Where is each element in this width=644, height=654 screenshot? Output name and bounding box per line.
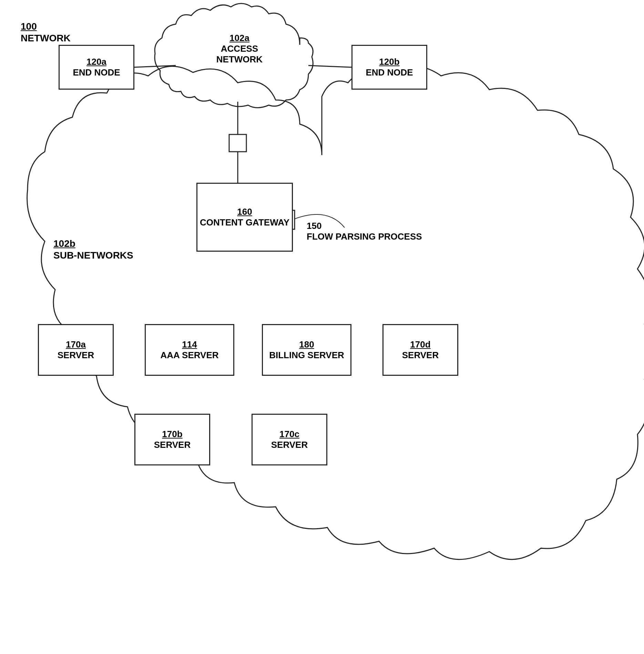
aaa-server-box: 114 AAA SERVER [145, 324, 234, 376]
sub-networks-label: 102b SUB-NETWORKS [53, 238, 133, 261]
server-c-box: 170c SERVER [252, 414, 327, 465]
flow-parsing-label: 150 FLOW PARSING PROCESS [307, 221, 422, 242]
server-d-box: 170d SERVER [382, 324, 458, 376]
end-node-a-box: 120a END NODE [59, 45, 134, 90]
network-label: 100 NETWORK [21, 21, 71, 44]
svg-rect-3 [229, 134, 246, 152]
access-network-label: 102a ACCESS NETWORK [203, 33, 276, 65]
content-gateway-box: 160 CONTENT GATEWAY [196, 183, 293, 252]
diagram: 100 NETWORK 120a END NODE 102a ACCESS NE… [0, 0, 644, 654]
billing-server-box: 180 BILLING SERVER [262, 324, 351, 376]
svg-line-0 [134, 66, 176, 67]
end-node-b-box: 120b END NODE [351, 45, 427, 90]
server-b-box: 170b SERVER [134, 414, 210, 465]
svg-line-1 [308, 66, 351, 67]
server-a-box: 170a SERVER [38, 324, 114, 376]
